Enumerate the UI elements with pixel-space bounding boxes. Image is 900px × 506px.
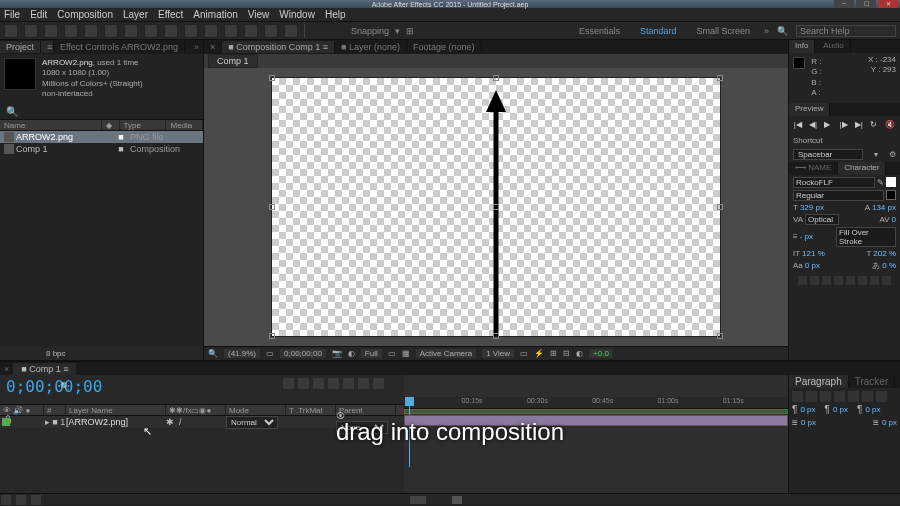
kerning-value[interactable]: Optical [805,214,839,225]
project-row-arrow[interactable]: ARROW2.png ■ PNG file [0,131,203,143]
comp-viewer[interactable] [204,68,788,346]
subscript-icon[interactable] [857,275,868,286]
timecode-search-icon[interactable]: 🔍 [60,382,70,391]
col-size[interactable]: Media D [166,120,203,130]
rotate-tool-icon[interactable] [84,24,98,38]
grid-icon[interactable]: ▦ [402,349,410,358]
exposure-value[interactable]: +0.0 [589,349,613,358]
bpc-label[interactable]: 8 bpc [46,349,66,358]
font-family-field[interactable]: RockoFLF [793,177,875,188]
tl-comp-mini-icon[interactable] [283,378,294,389]
bbox-handle[interactable] [717,75,723,81]
minimize-button[interactable]: – [834,0,854,8]
justify-center-icon[interactable] [848,391,859,402]
footer-timecode[interactable]: 0;00;00;00 [280,349,326,358]
baseline-value[interactable]: 0 px [805,261,820,270]
comp-subtab[interactable]: Comp 1 [208,54,258,68]
shortcut-settings-icon[interactable]: ⚙ [889,150,896,159]
tab-comp-x-icon[interactable]: × [204,41,222,53]
channel-icon[interactable]: ◐ [348,349,355,358]
panbehind-tool-icon[interactable] [124,24,138,38]
zoom-value[interactable]: (41.9%) [224,349,260,358]
tab-character[interactable]: Character [838,162,886,175]
next-frame-icon[interactable]: |▶ [839,120,849,130]
clone-tool-icon[interactable] [224,24,238,38]
tl-col-name[interactable]: Layer Name [66,405,166,415]
zoom-slider-start-icon[interactable] [410,496,426,504]
play-icon[interactable]: ▶ [824,120,834,130]
resolution-value[interactable]: Full [361,349,382,358]
col-label-icon[interactable]: ◆ [102,120,119,130]
selection-tool-icon[interactable] [24,24,38,38]
tl-brainstorm-icon[interactable] [373,378,384,389]
justify-left-icon[interactable] [834,391,845,402]
tab-project[interactable]: Project [0,41,41,53]
tl-draft3d-icon[interactable] [313,378,324,389]
snapping-chevron-icon[interactable]: ▾ [395,26,400,36]
brush-tool-icon[interactable] [204,24,218,38]
menu-composition[interactable]: Composition [57,9,113,20]
bbox-handle[interactable] [269,204,275,210]
anchor-point-icon[interactable] [493,204,499,210]
menu-animation[interactable]: Animation [193,9,237,20]
workspace-essentials[interactable]: Essentials [573,25,626,37]
blend-mode-select[interactable]: Normal [226,416,278,429]
tab-composition[interactable]: ■ Composition Comp 1 ≡ [222,41,335,53]
toggle-in-out-icon[interactable] [31,495,41,505]
pixel-aspect-icon[interactable]: ▭ [520,349,528,358]
menu-window[interactable]: Window [279,9,315,20]
tl-col-trkmat[interactable]: T .TrkMat [286,405,336,415]
bbox-handle[interactable] [269,333,275,339]
new-comp-icon[interactable] [32,348,42,358]
project-row-comp[interactable]: Comp 1 ■ Composition [0,143,203,155]
camera-tool-icon[interactable] [104,24,118,38]
magnify-icon[interactable]: 🔍 [208,349,218,358]
smallcaps-icon[interactable] [833,275,844,286]
stroke-option[interactable]: Fill Over Stroke [836,227,896,247]
panel-chevron-icon[interactable]: » [190,42,203,52]
font-style-field[interactable]: Regular [793,190,884,201]
workspace-more-icon[interactable]: » [764,26,769,36]
shortcut-field[interactable]: Spacebar [793,149,863,160]
tl-frameblend-icon[interactable] [328,378,339,389]
stroke-color-swatch[interactable] [886,190,896,200]
fill-color-swatch[interactable] [886,177,896,187]
menu-edit[interactable]: Edit [30,9,47,20]
allcaps-icon[interactable] [821,275,832,286]
col-type[interactable]: Type [120,120,167,130]
space-before[interactable]: 0 px [801,418,816,427]
menu-view[interactable]: View [248,9,270,20]
tab-layer[interactable]: ■ Layer (none) [335,41,407,53]
roi-icon[interactable]: ▭ [388,349,396,358]
comp-canvas[interactable] [271,77,721,337]
tl-col-mode[interactable]: Mode [226,405,286,415]
tl-shy-icon[interactable] [298,378,309,389]
project-search-icon[interactable]: 🔍 [6,106,18,117]
search-help-input[interactable]: Search Help [796,25,896,37]
work-area-bar[interactable] [404,409,788,414]
reset-exposure-icon[interactable]: ◐ [576,349,583,358]
puppet-tool-icon[interactable] [284,24,298,38]
eyedropper-icon[interactable]: ✎ [877,178,884,187]
shape-tool-icon[interactable] [144,24,158,38]
faux-bold-icon[interactable] [797,275,808,286]
text-tool-icon[interactable] [184,24,198,38]
hscale-value[interactable]: 202 % [873,249,896,258]
snapping-label[interactable]: Snapping [351,26,389,36]
tab-preview[interactable]: Preview [789,103,830,116]
menu-file[interactable]: File [4,9,20,20]
view-value[interactable]: 1 View [482,349,514,358]
tab-project-menu-icon[interactable]: ≡ [41,41,54,53]
align-right-icon[interactable] [820,391,831,402]
flowchart-icon[interactable]: ⊟ [563,349,570,358]
timeline-tab[interactable]: ■ Comp 1 ≡ [13,363,76,375]
tl-close-icon[interactable]: × [0,364,13,374]
shortcut-chevron-icon[interactable]: ▾ [874,150,878,159]
vscale-value[interactable]: 121 % [802,249,825,258]
snapshot-icon[interactable]: 📷 [332,349,342,358]
space-after[interactable]: 0 px [882,418,897,427]
camera-value[interactable]: Active Camera [416,349,476,358]
toggle-modes-icon[interactable] [16,495,26,505]
menu-effect[interactable]: Effect [158,9,183,20]
search-icon[interactable]: 🔍 [777,26,788,36]
